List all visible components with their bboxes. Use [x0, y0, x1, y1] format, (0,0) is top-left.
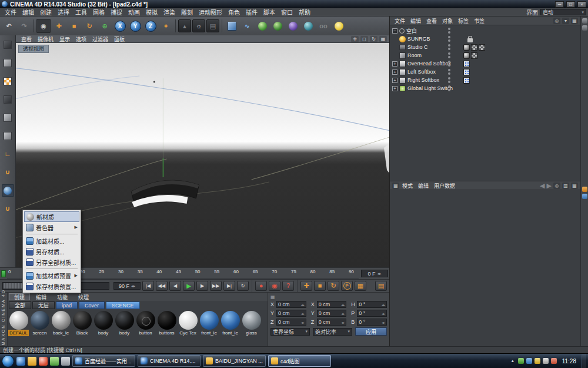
object-menu-item[interactable]: 文件 — [392, 17, 407, 25]
context-menu-item[interactable]: 着色器 ▶ — [24, 222, 79, 233]
color-state-icon[interactable] — [582, 194, 587, 199]
context-menu-item[interactable]: 另存材质... — [24, 246, 79, 257]
material-item[interactable]: front_le — [220, 311, 240, 346]
material-item[interactable]: body — [93, 311, 113, 346]
interface-select[interactable]: 启动 ▾ — [540, 9, 586, 15]
camera-view-label[interactable]: 透视视图 — [18, 45, 49, 53]
xpresso-button[interactable]: oo — [316, 19, 330, 33]
close-button[interactable]: × — [577, 1, 586, 8]
loop-playback-button[interactable]: ↻ — [237, 281, 249, 291]
record-keyframe-button[interactable]: ● — [255, 281, 267, 291]
spinner-icon[interactable]: ◂▸ — [382, 320, 385, 324]
material-item[interactable]: body — [114, 311, 135, 346]
attribute-menu-item[interactable]: 用户数据 — [432, 182, 457, 190]
lock-icon[interactable] — [467, 38, 473, 42]
panel-icon[interactable]: ▦ — [571, 18, 578, 24]
add-cube-button[interactable] — [225, 19, 239, 33]
spinner-icon[interactable]: ◂▸ — [301, 303, 305, 307]
material-menu-item[interactable]: 纹理 — [74, 293, 93, 300]
object-name[interactable]: 空白 — [406, 27, 417, 35]
spinner-icon[interactable]: ◂▸ — [301, 311, 305, 316]
object-menu-item[interactable]: 书签 — [472, 17, 487, 25]
object-row[interactable]: − 空白 — [390, 26, 580, 35]
next-key-button[interactable]: ▶▶ — [210, 281, 222, 291]
menu-item[interactable]: 文件 — [2, 8, 19, 16]
context-menu-item[interactable]: 保存材质预置... — [24, 281, 79, 291]
goto-end-button[interactable]: ▶| — [223, 281, 235, 291]
lock-x-axis-button[interactable]: X — [113, 19, 127, 33]
context-menu-item[interactable]: 加载材质... — [24, 236, 79, 246]
menu-item[interactable]: 捕捉 — [108, 8, 125, 16]
app-quicklaunch-icon[interactable] — [61, 357, 70, 366]
visibility-dots[interactable] — [448, 36, 450, 42]
spinner-icon[interactable]: ◂▸ — [341, 303, 345, 307]
visibility-dots[interactable] — [448, 77, 450, 83]
network-tray-icon[interactable] — [526, 358, 532, 364]
object-menu-item[interactable]: 查看 — [424, 17, 439, 25]
texture-tags[interactable] — [463, 69, 470, 75]
menu-item[interactable]: 窗口 — [278, 8, 296, 16]
rot-b-field[interactable]: 0 °◂▸ — [357, 319, 387, 326]
expand-icon[interactable]: + — [392, 86, 397, 91]
texture-tags[interactable] — [463, 77, 470, 84]
filter-icon[interactable]: ▾ — [562, 18, 569, 24]
pos-y-field[interactable]: 0 cm◂▸ — [276, 310, 306, 317]
material-item[interactable]: back_le — [51, 311, 71, 346]
object-name[interactable]: Studio C — [407, 44, 428, 50]
browser-quicklaunch-icon[interactable] — [16, 357, 25, 366]
environment-button[interactable] — [301, 19, 315, 33]
material-menu-item[interactable]: 编辑 — [31, 293, 51, 300]
panel-icon[interactable]: ▦ — [571, 183, 578, 189]
compositing-tag-icon[interactable] — [463, 77, 470, 84]
viewport-menu-item[interactable]: 选项 — [73, 35, 89, 43]
nav-up-icon[interactable] — [582, 18, 587, 24]
size-z-field[interactable]: 0 cm◂▸ — [317, 319, 347, 326]
layer-filter-button[interactable]: ipad — [56, 301, 78, 309]
enable-axis-button[interactable]: ∟ — [2, 148, 14, 160]
collapse-icon[interactable]: − — [392, 28, 397, 34]
model-mode-button[interactable] — [2, 57, 14, 69]
material-item[interactable]: Black — [72, 311, 92, 346]
menu-item[interactable]: 动画 — [125, 8, 143, 16]
apply-button[interactable]: 应用 — [355, 327, 387, 336]
compositing-tag-icon[interactable] — [463, 69, 470, 75]
show-desktop-button[interactable] — [582, 354, 586, 368]
visibility-dots[interactable] — [448, 44, 450, 50]
workplane-mode-button[interactable] — [2, 184, 14, 197]
texture-tag-icon[interactable] — [471, 44, 477, 51]
material-item[interactable]: DEFAUL — [8, 311, 29, 346]
object-menu-item[interactable]: 对象 — [440, 17, 455, 25]
visibility-dots[interactable] — [448, 52, 450, 58]
taskbar-button[interactable]: CINEMA 4D R14.... — [138, 355, 201, 367]
visibility-dots[interactable] — [448, 69, 450, 75]
previous-frame-button[interactable]: ◀ — [169, 281, 181, 291]
last-used-tool[interactable]: ⊕ — [98, 19, 112, 33]
context-menu-item[interactable]: 新材质 — [24, 211, 79, 222]
key-position-toggle[interactable]: ✚ — [300, 281, 312, 291]
menu-item[interactable]: 创建 — [37, 8, 55, 16]
expand-icon[interactable]: + — [392, 69, 397, 75]
search-icon[interactable]: ◎ — [553, 18, 560, 24]
object-row[interactable]: Studio C — [390, 43, 580, 51]
search-icon[interactable]: ◎ — [553, 183, 560, 189]
goto-start-button[interactable]: |◀ — [142, 281, 154, 291]
attribute-menu-item[interactable]: 编辑 — [416, 182, 431, 190]
menu-item[interactable]: 雕刻 — [178, 8, 196, 16]
play-button[interactable]: ▶ — [183, 281, 195, 291]
material-item[interactable]: front_le — [199, 311, 219, 346]
spinner-icon[interactable]: ◂▸ — [341, 320, 345, 324]
taskbar-button[interactable]: c4d贴图 — [268, 355, 331, 367]
object-menu-item[interactable]: 标签 — [456, 17, 471, 25]
object-name[interactable]: Right Softbox — [407, 77, 439, 83]
spinner-icon[interactable]: ◂▸ — [377, 271, 381, 276]
key-rotation-toggle[interactable]: ↻ — [328, 281, 339, 291]
keyframe-selection-button[interactable]: ? — [282, 281, 294, 291]
spinner-icon[interactable]: ◂▸ — [382, 311, 385, 316]
visibility-dots[interactable] — [448, 28, 450, 34]
lock-y-axis-button[interactable]: Y — [128, 19, 142, 33]
edge-lock-icon[interactable] — [582, 25, 587, 31]
material-menu-item[interactable]: 功能 — [52, 293, 72, 300]
player-quicklaunch-icon[interactable] — [39, 357, 48, 366]
menu-item[interactable]: 渲染 — [161, 8, 178, 16]
edge-mode-button[interactable] — [2, 111, 14, 124]
